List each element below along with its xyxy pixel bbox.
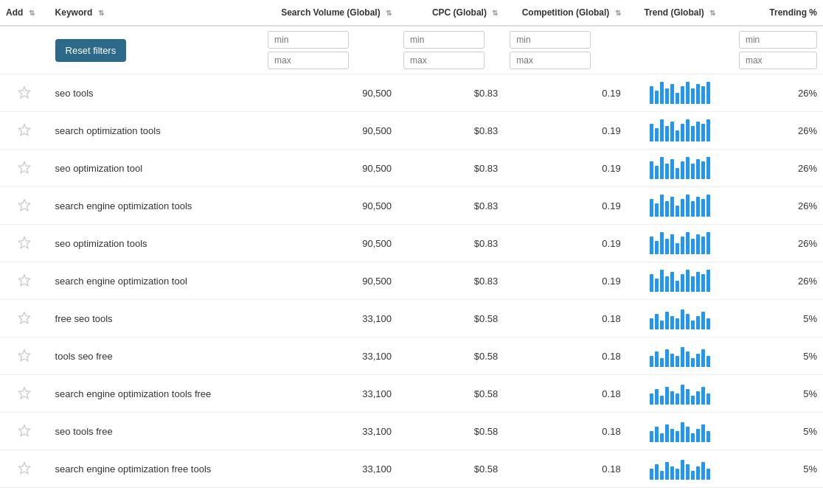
trend-bar [660, 358, 664, 367]
trending-pct-cell: 26% [733, 187, 823, 225]
trend-bar [681, 124, 684, 141]
star-cell[interactable] [0, 112, 49, 150]
table-row: seo optimization tool90,500$0.830.1926% [0, 150, 823, 187]
col-header-competition[interactable]: Competition (Global) ⇅ [504, 0, 626, 26]
star-cell[interactable] [0, 413, 49, 450]
trend-bar [706, 270, 710, 292]
trend-bar [650, 124, 653, 141]
star-cell[interactable] [0, 375, 49, 413]
competition-cell: 0.19 [504, 74, 626, 112]
star-icon[interactable] [18, 198, 31, 211]
trend-bar [665, 88, 669, 104]
star-cell[interactable] [0, 450, 49, 488]
trend-cell [627, 150, 733, 187]
volume-sort-icon[interactable]: ⇅ [386, 9, 392, 17]
col-header-volume[interactable]: Search Volume (Global) ⇅ [262, 0, 397, 26]
trend-bar [665, 164, 669, 179]
competition-sort-icon[interactable]: ⇅ [615, 9, 621, 17]
star-icon[interactable] [18, 123, 31, 136]
star-cell[interactable] [0, 262, 49, 300]
col-header-trend[interactable]: Trend (Global) ⇅ [627, 0, 733, 26]
competition-cell: 0.19 [504, 150, 626, 187]
volume-min-input[interactable] [268, 31, 349, 49]
trend-bar [681, 86, 684, 104]
trend-bar [691, 201, 695, 217]
competition-max-input[interactable] [510, 52, 591, 69]
keyword-header-label: Keyword [55, 7, 93, 18]
trending-max-input[interactable] [739, 52, 817, 69]
trend-bar [660, 270, 664, 292]
filter-trending-cell [733, 26, 823, 74]
trend-bar [670, 429, 674, 442]
trend-bar [696, 197, 700, 217]
filter-add-cell [0, 26, 49, 74]
competition-min-input[interactable] [510, 31, 591, 49]
trend-bar [701, 349, 705, 367]
trend-bar [665, 387, 669, 405]
trend-bar-chart [633, 458, 727, 480]
trend-bar [681, 161, 684, 179]
filter-row: Reset filters [0, 26, 823, 74]
trend-bar [660, 321, 664, 329]
star-icon[interactable] [18, 161, 31, 174]
competition-header-label: Competition (Global) [522, 7, 610, 18]
trend-bar [676, 281, 679, 292]
trend-bar [676, 93, 679, 104]
cpc-cell: $0.58 [397, 300, 504, 337]
col-header-cpc[interactable]: CPC (Global) ⇅ [397, 0, 504, 26]
cpc-sort-icon[interactable]: ⇅ [492, 9, 498, 17]
reset-filters-button[interactable]: Reset filters [55, 39, 127, 62]
star-cell[interactable] [0, 225, 49, 262]
filter-competition-cell [504, 26, 626, 74]
filter-trend-cell [627, 26, 733, 74]
trend-bar [686, 157, 690, 179]
star-icon[interactable] [18, 424, 31, 437]
keyword-cell: search engine optimization tools [49, 187, 262, 225]
star-icon[interactable] [18, 349, 31, 362]
keyword-sort-icon[interactable]: ⇅ [98, 9, 104, 17]
keyword-cell: search engine optimization free tools [49, 450, 262, 488]
cpc-max-input[interactable] [403, 52, 485, 69]
volume-cell: 33,100 [262, 337, 397, 375]
cpc-cell: $0.83 [397, 187, 504, 225]
trend-bar [670, 159, 674, 179]
star-icon[interactable] [18, 311, 31, 324]
trend-bar [681, 237, 684, 254]
trend-bar [665, 276, 669, 292]
keyword-table: Add ⇅ Keyword ⇅ Search Volume (Global) ⇅… [0, 0, 823, 488]
star-cell[interactable] [0, 187, 49, 225]
add-sort-icon[interactable]: ⇅ [29, 9, 35, 17]
trend-bar [681, 309, 684, 329]
trend-bar [701, 237, 705, 254]
star-icon[interactable] [18, 386, 31, 399]
trend-bar-chart [633, 195, 727, 217]
star-cell[interactable] [0, 300, 49, 337]
star-icon[interactable] [18, 461, 31, 475]
trend-header-label: Trend (Global) [644, 7, 704, 18]
cpc-min-input[interactable] [403, 31, 485, 49]
competition-filter-inputs [510, 31, 620, 69]
star-cell[interactable] [0, 74, 49, 112]
trend-sort-icon[interactable]: ⇅ [709, 9, 715, 17]
trend-bar [681, 422, 684, 442]
trending-min-input[interactable] [739, 31, 817, 49]
trending-pct-cell: 26% [733, 112, 823, 150]
volume-max-input[interactable] [268, 52, 349, 69]
competition-cell: 0.18 [504, 337, 626, 375]
star-icon[interactable] [18, 273, 31, 287]
col-header-keyword[interactable]: Keyword ⇅ [49, 0, 262, 26]
trend-bar [691, 433, 695, 442]
trend-bar [686, 82, 690, 104]
trend-bar [706, 393, 710, 405]
keyword-cell: tools seo free [49, 337, 262, 375]
star-cell[interactable] [0, 150, 49, 187]
star-icon[interactable] [18, 85, 31, 99]
col-header-trending[interactable]: Trending % [733, 0, 823, 26]
col-header-add[interactable]: Add ⇅ [0, 0, 49, 26]
star-cell[interactable] [0, 337, 49, 375]
star-icon[interactable] [18, 236, 31, 249]
trend-bar [660, 232, 664, 254]
table-header-row: Add ⇅ Keyword ⇅ Search Volume (Global) ⇅… [0, 0, 823, 26]
trend-bar-chart [633, 232, 727, 254]
trend-bar-chart [633, 307, 727, 329]
